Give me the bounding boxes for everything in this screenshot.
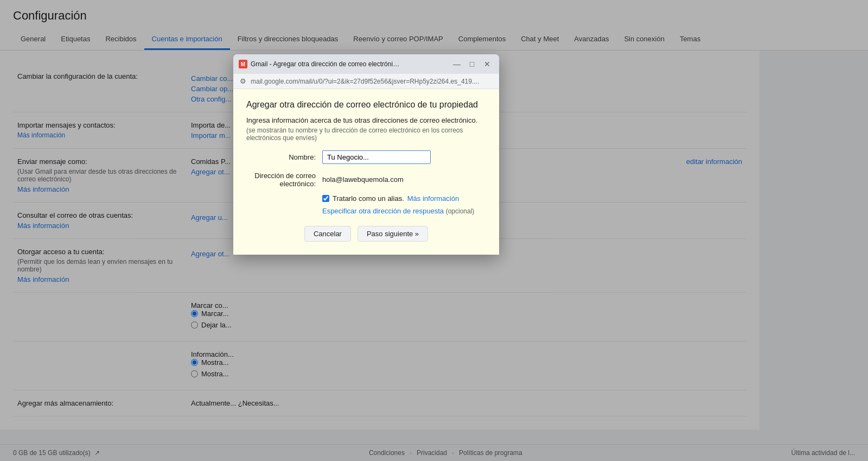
form-row-email: Dirección de correo electrónico: hola@la… (246, 170, 486, 188)
next-step-button[interactable]: Paso siguiente » (358, 226, 428, 242)
browser-titlebar: M Gmail - Agregar otra dirección de corr… (233, 54, 499, 74)
alias-checkbox[interactable] (322, 195, 329, 202)
browser-window: M Gmail - Agregar otra dirección de corr… (233, 54, 499, 255)
optional-text: (opcional) (446, 207, 475, 215)
cancel-button[interactable]: Cancelar (304, 226, 351, 242)
gmail-icon: M (239, 60, 247, 68)
dialog-subtitle-note: (se mostrarán tu nombre y tu dirección d… (246, 127, 486, 142)
email-label: Dirección de correo electrónico: (246, 170, 322, 188)
form-row-nombre: Nombre: (246, 150, 486, 164)
window-controls: — □ ✕ (450, 58, 494, 71)
nombre-label: Nombre: (246, 153, 322, 161)
browser-title: M Gmail - Agregar otra dirección de corr… (239, 60, 446, 68)
nombre-input[interactable] (322, 150, 431, 164)
maximize-button[interactable]: □ (465, 58, 478, 71)
close-button[interactable]: ✕ (481, 58, 494, 71)
minimize-button[interactable]: — (450, 58, 463, 71)
email-value: hola@lawebquemola.com (322, 175, 404, 184)
browser-addressbar: ⚙ mail.google.com/mail/u/0/?ui=2&ik=27d9… (233, 74, 499, 89)
mas-info-alias-link[interactable]: Más información (407, 194, 459, 203)
address-icon: ⚙ (240, 77, 246, 85)
browser-title-text: Gmail - Agregar otra dirección de correo… (251, 60, 403, 68)
specify-link[interactable]: Especificar otra dirección de respuesta … (322, 207, 486, 215)
dialog-subtitle: Ingresa información acerca de tus otras … (246, 116, 486, 124)
dialog-buttons: Cancelar Paso siguiente » (246, 226, 486, 242)
alias-label: Tratarlo como un alias. (333, 194, 404, 203)
dialog-content: Agregar otra dirección de correo electró… (233, 89, 499, 255)
address-text: mail.google.com/mail/u/0/?ui=2&ik=27d9f5… (251, 78, 479, 85)
checkbox-row-alias: Tratarlo como un alias. Más información (322, 194, 486, 203)
dialog-title: Agregar otra dirección de correo electró… (246, 100, 486, 110)
